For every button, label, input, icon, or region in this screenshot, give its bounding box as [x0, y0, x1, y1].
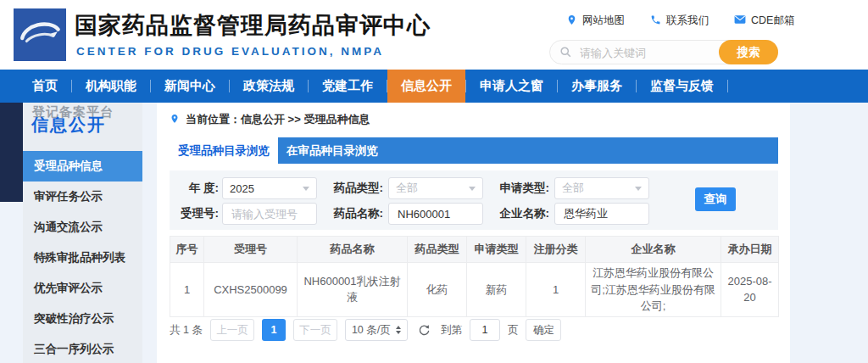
page-size-select[interactable]: 10 条/页	[345, 319, 408, 341]
sidebar-item-accepted-varieties[interactable]: 受理品种信息	[23, 151, 142, 182]
sidebar-item-breakthrough-therapy[interactable]: 突破性治疗公示	[23, 304, 142, 334]
chevron-down-icon	[635, 187, 642, 191]
sidebar-title: 信息公开	[31, 114, 106, 137]
acceptance-no-input[interactable]	[230, 207, 309, 221]
year-label: 年 度:	[176, 177, 219, 199]
swoosh-icon	[18, 14, 62, 55]
sidebar-item-three-in-one[interactable]: 三合一序列公示	[23, 334, 142, 363]
nav-item-policy[interactable]: 政策法规	[230, 70, 308, 103]
col-header-application-type: 申请类型	[467, 237, 526, 263]
drug-name-field[interactable]	[388, 203, 483, 225]
goto-unit: 页	[508, 323, 519, 338]
pagination: 共 1 条 上一页 1 下一页 10 条/页 到第 页 确定	[170, 319, 561, 341]
contact-link[interactable]: 联系我们	[650, 14, 709, 28]
tab-under-review-catalog[interactable]: 在审品种目录浏览	[278, 137, 387, 164]
tab-bar: 受理品种目录浏览 在审品种目录浏览	[170, 137, 778, 164]
company-name-input[interactable]	[562, 207, 642, 221]
breadcrumb: 当前位置：信息公开 >> 受理品种信息	[170, 112, 370, 127]
search-form: 年 度: 2025 药品类型: 全部 申请类型: 全部 受理号: 药品名称: 企…	[170, 170, 778, 230]
cell-application-type: 新药	[467, 263, 526, 317]
phone-icon	[650, 14, 661, 28]
sitemap-link[interactable]: 网站地图	[566, 14, 625, 28]
nav-item-news[interactable]: 新闻中心	[151, 70, 229, 103]
sidebar-item-priority-review[interactable]: 优先审评公示	[23, 273, 142, 304]
site-header: 国家药品监督管理局药品审评中心 CENTER FOR DRUG EVALUATI…	[0, 0, 868, 70]
nav-item-services[interactable]: 办事服务	[558, 70, 636, 103]
company-name-field[interactable]	[554, 203, 649, 225]
nav-separator	[727, 80, 728, 92]
goto-page-input[interactable]	[470, 319, 500, 341]
site-subtitle: CENTER FOR DRUG EVALUATION, NMPA	[76, 45, 384, 58]
nav-item-functions[interactable]: 机构职能	[72, 70, 150, 103]
cell-index: 1	[170, 263, 204, 317]
mailbox-link[interactable]: CDE邮箱	[734, 14, 794, 28]
nav-item-applicant-window[interactable]: 申请人之窗	[466, 70, 557, 103]
contact-label: 联系我们	[666, 14, 709, 28]
drug-type-select-value: 全部	[396, 181, 418, 196]
col-header-company: 企业名称	[586, 237, 721, 263]
header-quick-links: 网站地图 联系我们 CDE邮箱	[566, 14, 794, 28]
page-number-button[interactable]: 1	[262, 319, 286, 341]
sidebar-item-review-tasks[interactable]: 审评任务公示	[23, 182, 142, 212]
mailbox-label: CDE邮箱	[751, 14, 794, 28]
search-icon	[559, 46, 572, 62]
acceptance-no-field[interactable]	[222, 203, 317, 225]
acceptance-no-label: 受理号:	[176, 203, 219, 225]
year-select-value: 2025	[230, 182, 254, 195]
sidebar-menu: 受理品种信息 审评任务公示 沟通交流公示 特殊审批品种列表 优先审评公示 突破性…	[23, 151, 142, 363]
cell-acceptance-no: CXHS2500099	[204, 263, 298, 317]
nav-item-supervision[interactable]: 监督与反馈	[637, 70, 727, 103]
drug-name-label: 药品名称:	[331, 203, 383, 225]
query-button[interactable]: 查询	[695, 187, 736, 211]
drug-type-label: 药品类型:	[331, 177, 383, 199]
prev-page-button[interactable]: 上一页	[210, 319, 254, 341]
col-header-registration-class: 注册分类	[526, 237, 586, 263]
company-name-label: 企业名称:	[497, 203, 549, 225]
col-header-drug-type: 药品类型	[408, 237, 467, 263]
breadcrumb-pin-icon	[170, 114, 180, 126]
col-header-drug-name: 药品名称	[298, 237, 408, 263]
envelope-icon	[734, 14, 746, 27]
cell-drug-type: 化药	[408, 263, 467, 317]
cell-date: 2025-08-20	[721, 263, 779, 317]
application-type-label: 申请类型:	[497, 177, 549, 199]
col-header-acceptance-no: 受理号	[204, 237, 298, 263]
cell-company: 江苏恩华药业股份有限公司;江苏恩华药业股份有限公司;	[586, 263, 721, 317]
sidebar-item-special-approval[interactable]: 特殊审批品种列表	[23, 243, 142, 273]
confirm-button[interactable]: 确定	[526, 319, 561, 341]
col-header-date: 承办日期	[721, 237, 779, 263]
tab-accepted-catalog[interactable]: 受理品种目录浏览	[170, 137, 278, 164]
drug-name-input[interactable]	[396, 207, 476, 221]
site-title: 国家药品监督管理局药品审评中心	[75, 10, 431, 41]
page-size-value: 10 条/页	[352, 323, 391, 338]
sidebar-item-communication[interactable]: 沟通交流公示	[23, 212, 142, 243]
refresh-icon[interactable]	[417, 323, 431, 338]
search-input[interactable]	[578, 42, 713, 64]
sidebar: 登记备案平台 信息公开 受理品种信息 审评任务公示 沟通交流公示 特殊审批品种列…	[23, 103, 142, 363]
table-header-row: 序号 受理号 药品名称 药品类型 申请类型 注册分类 企业名称 承办日期	[170, 237, 779, 263]
results-table: 序号 受理号 药品名称 药品类型 申请类型 注册分类 企业名称 承办日期 1 C…	[170, 236, 779, 317]
drug-type-select[interactable]: 全部	[388, 177, 483, 199]
search-button[interactable]: 搜索	[719, 40, 778, 64]
nav-item-information-disclosure[interactable]: 信息公开	[387, 70, 465, 103]
application-type-select[interactable]: 全部	[554, 177, 649, 199]
application-type-select-value: 全部	[562, 181, 584, 196]
sitemap-label: 网站地图	[582, 14, 625, 28]
next-page-button[interactable]: 下一页	[293, 319, 337, 341]
total-count: 共 1 条	[170, 323, 203, 338]
nav-item-home[interactable]: 首页	[19, 70, 71, 103]
cde-logo	[14, 8, 66, 61]
chevron-down-icon	[469, 187, 476, 191]
location-pin-icon	[566, 14, 577, 28]
left-dark-strip	[0, 103, 23, 202]
nav-item-party[interactable]: 党建工作	[309, 70, 387, 103]
cell-drug-name: NH600001乳状注射液	[298, 263, 408, 317]
goto-label: 到第	[441, 323, 462, 338]
chevron-down-icon	[303, 187, 309, 191]
table-row: 1 CXHS2500099 NH600001乳状注射液 化药 新药 1 江苏恩华…	[170, 263, 779, 317]
cell-registration-class: 1	[526, 263, 586, 317]
site-search: 搜索	[549, 40, 778, 64]
year-select[interactable]: 2025	[222, 177, 317, 199]
main-content: 当前位置：信息公开 >> 受理品种信息 受理品种目录浏览 在审品种目录浏览 年 …	[157, 103, 790, 363]
breadcrumb-label: 当前位置：信息公开 >> 受理品种信息	[186, 112, 370, 127]
